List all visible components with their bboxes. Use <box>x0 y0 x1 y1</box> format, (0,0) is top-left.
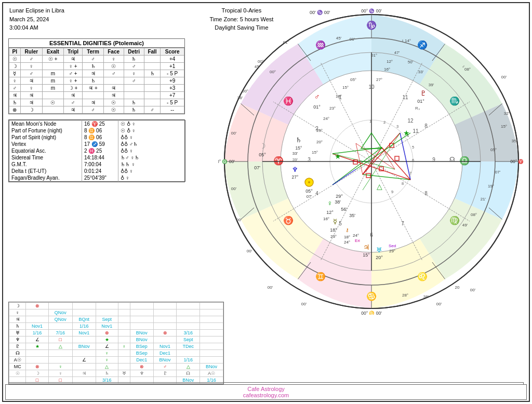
svg-text:11: 11 <box>413 128 419 134</box>
table-row: ♇★△BNov∠♀BSepNov1TDec <box>9 343 223 350</box>
table-row: Sidereal Time 14:18:44 ♄♂ ♀♄ <box>9 154 185 161</box>
svg-text:♈: ♈ <box>273 156 284 166</box>
svg-text:6: 6 <box>370 232 373 238</box>
svg-text:05°: 05° <box>305 188 313 194</box>
moon-symbol: ☽ <box>259 142 266 150</box>
table-row: Part of Fortune (night) 8 ♊ 06 ☉ ♁ ♀ <box>9 127 185 134</box>
dignities-table: ESSENTIAL DIGNITIES (Ptolemaic) Pl Ruler… <box>8 38 185 114</box>
svg-text:♆: ♆ <box>292 166 298 173</box>
table-row: ☽⊗ <box>9 303 223 309</box>
svg-text:20°: 20° <box>316 140 323 144</box>
table-row: ☿♂m♂ +♃♂♀♄- 5 P <box>9 70 184 77</box>
svg-text:Sed: Sed <box>389 244 396 248</box>
svg-text:♓: ♓ <box>283 96 294 106</box>
svg-text:Rₓ: Rₓ <box>415 106 420 111</box>
svg-text:♒: ♒ <box>315 40 326 50</box>
svg-text:☊: ☊ <box>449 156 455 163</box>
table-row: Delta t (ET-UT) 0:01:24 ♁♁ ♀ <box>9 168 185 174</box>
svg-text:11: 11 <box>402 95 408 100</box>
svg-text:♍: ♍ <box>449 216 460 225</box>
svg-text:39': 39' <box>292 157 298 162</box>
svg-text:12°: 12° <box>387 59 393 64</box>
svg-text:38': 38' <box>335 199 341 205</box>
svg-text:24°: 24° <box>353 233 359 238</box>
svg-text:38': 38' <box>237 96 243 100</box>
svg-text:♀: ♀ <box>327 199 333 207</box>
svg-text:♋: ♋ <box>366 291 377 301</box>
svg-text:00': 00' <box>236 218 242 222</box>
svg-point-77 <box>308 181 310 183</box>
svg-text:15°: 15° <box>501 124 507 129</box>
svg-text:9: 9 <box>432 157 435 163</box>
svg-text:05°: 05° <box>259 152 266 157</box>
svg-text:23°: 23° <box>329 106 336 111</box>
svg-text:12: 12 <box>407 118 414 124</box>
dignities-title: ESSENTIAL DIGNITIES (Ptolemaic) <box>9 39 184 48</box>
svg-text:15°: 15° <box>342 85 349 90</box>
svg-text:01°: 01° <box>313 104 321 110</box>
svg-text:7: 7 <box>401 221 404 226</box>
svg-text:♇: ♇ <box>420 89 427 97</box>
table-row: G.M.T. 7:00:04 ♄♄ ♀ <box>9 161 185 168</box>
svg-text:00': 00' <box>301 302 307 306</box>
svg-text:49': 49' <box>462 223 468 227</box>
svg-text:01': 01' <box>283 40 289 45</box>
table-row: ☉ ☽ ♀ ♃ ♄ ♅ ♆ ♇ ☊ A☉ <box>9 370 223 377</box>
svg-text:2: 2 <box>383 120 385 125</box>
svg-text:♄: ♄ <box>296 136 302 144</box>
table-row: A☉∠♀Dec1BNov1/16 <box>9 357 223 363</box>
svg-text:00': 00' <box>231 131 237 136</box>
col-pl: Pl <box>9 48 21 56</box>
table-row: MC⊗♀△⊗♂△BNov <box>9 363 223 370</box>
svg-text:00': 00' <box>436 302 442 306</box>
svg-text:♂: ♂ <box>462 64 465 69</box>
svg-text:56': 56' <box>341 207 347 212</box>
col-score: Score <box>161 48 184 56</box>
table-row: ☊♀BSepDec1 <box>9 350 223 357</box>
svg-text:8: 8 <box>424 123 428 129</box>
table-row: ♅1/167/16Nov1⊗BNov⊗3/16 <box>9 330 223 336</box>
svg-text:35': 35' <box>512 139 517 143</box>
svg-text:20: 20 <box>455 285 460 290</box>
svg-text:50': 50' <box>408 60 414 64</box>
table-row: Fagan/Bradley Ayan. 25°04'39" ♁ ♀ <box>9 174 185 182</box>
svg-text:⚷: ⚷ <box>345 227 349 233</box>
svg-text:24°: 24° <box>344 240 350 245</box>
svg-text:8: 8 <box>402 181 404 186</box>
table-row: ♆∠□★BNovSept <box>9 336 223 343</box>
svg-text:6: 6 <box>412 158 414 163</box>
svg-text:00°: 00° <box>242 89 248 93</box>
svg-text:18°: 18° <box>344 235 350 239</box>
svg-text:15°: 15° <box>312 150 318 155</box>
table-row: ☉♂☉ +♃♂♀♄+4 <box>9 56 184 63</box>
svg-text:5: 5 <box>412 145 414 150</box>
svg-text:00': 00' <box>247 249 252 253</box>
table-row: ♄♃☉♂♃☉♄- 5 P <box>9 99 184 106</box>
svg-text:3: 3 <box>396 124 398 129</box>
svg-text:3: 3 <box>308 157 311 163</box>
svg-text:35': 35' <box>349 213 355 218</box>
svg-text:8: 8 <box>424 191 428 196</box>
svg-text:38': 38' <box>423 294 429 299</box>
cafe-astrology-url: cafeastrology.com <box>243 392 289 398</box>
svg-text:29°: 29° <box>336 194 343 199</box>
svg-text:00°: 00° <box>258 59 264 64</box>
svg-text:24°: 24° <box>323 116 329 121</box>
chart-date: March 25, 2024 <box>9 15 64 24</box>
chart-title: Lunar Eclipse in Libra <box>9 6 64 15</box>
svg-text:00°: 00° <box>270 70 276 74</box>
svg-text:08°: 08° <box>471 212 477 217</box>
col-term: Term <box>83 48 103 56</box>
svg-text:1: 1 <box>369 119 371 124</box>
col-tripl: Tripl <box>63 48 83 56</box>
svg-text:Eri: Eri <box>355 238 360 243</box>
svg-text:♑: ♑ <box>366 20 377 30</box>
table-row: Vertex 17 ♐ 59 ♁♁ ♂♄ <box>9 141 185 147</box>
table-row: ⊗☽♃♂☉♄♂-- <box>9 106 184 114</box>
svg-text:05°: 05° <box>350 77 356 82</box>
svg-text:28°: 28° <box>402 293 408 298</box>
col-ruler: Ruler <box>20 48 43 56</box>
svg-text:16°: 16° <box>323 217 329 221</box>
svg-text:27°: 27° <box>292 174 299 180</box>
table-row: ♀QNov <box>9 309 223 316</box>
